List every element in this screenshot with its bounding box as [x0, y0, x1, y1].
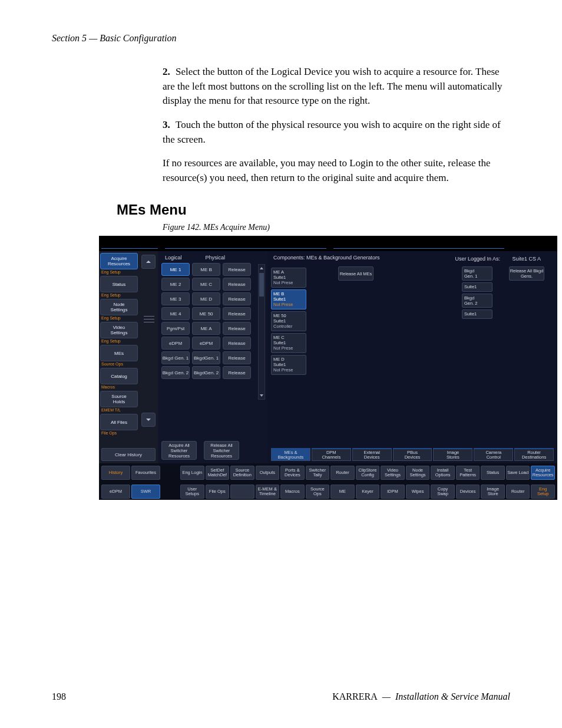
scroll-down-button[interactable]	[141, 413, 156, 427]
nav-button[interactable]: Macros	[280, 485, 305, 499]
step-3-text: Touch the button of the physical resourc…	[163, 119, 501, 145]
nav-button[interactable]: Router	[330, 466, 355, 480]
nav-button[interactable]: iDPM	[381, 485, 405, 499]
physical-device-button[interactable]: ME C	[192, 278, 220, 291]
me-component-tile[interactable]: ME ASuite1Not Prese	[271, 268, 306, 288]
nav-button[interactable]: ME	[330, 485, 355, 499]
release-all-bkgd-button[interactable]: Release All Bkgd Gens.	[509, 266, 544, 281]
category-tab[interactable]: PBus Devices	[393, 448, 432, 461]
nav-button[interactable]: Outputs	[256, 466, 280, 480]
release-button[interactable]: Release	[223, 337, 251, 350]
sidebar-item-sub: File Ops	[100, 431, 157, 437]
nav-button[interactable]: Source Definition	[230, 466, 254, 480]
sidebar-item[interactable]: Status	[100, 276, 138, 292]
nav-button[interactable]: Test Patterns	[456, 466, 480, 480]
logical-device-button[interactable]: ME 1	[161, 263, 190, 276]
physical-device-button[interactable]: ME D	[192, 292, 220, 305]
logical-device-button[interactable]: Bkgd Gen. 2	[161, 366, 190, 379]
bkgd-gen-tile[interactable]: Bkgd Gen. 2	[462, 294, 492, 308]
me-component-tile[interactable]: ME DSuite1Not Prese	[271, 355, 306, 375]
me-component-tile[interactable]: ME 50Suite1Controller	[271, 311, 306, 331]
category-tab[interactable]: MEs & Backgrounds	[271, 448, 310, 461]
nav-button[interactable]: Wipes	[406, 485, 430, 499]
nav-button[interactable]: Devices	[456, 485, 480, 499]
physical-device-button[interactable]: ME 50	[192, 307, 220, 320]
sidebar-item[interactable]: All Files	[100, 414, 138, 430]
logical-device-button[interactable]: eDPM	[161, 337, 190, 350]
logical-physical-panel: Logical Physical ME 1ME BReleaseME 2ME C…	[158, 251, 267, 463]
physical-device-button[interactable]: ME A	[192, 322, 220, 335]
title-tab-a	[101, 238, 158, 249]
release-button[interactable]: Release	[223, 366, 251, 379]
me-component-tile[interactable]: ME BSuite1Not Prese	[271, 289, 306, 309]
hamburger-icon[interactable]	[144, 314, 154, 324]
release-all-button[interactable]: Release All Switcher Resources	[204, 441, 239, 460]
nav-button[interactable]: Acquire Resources	[531, 466, 555, 480]
clear-history-button[interactable]: Clear History	[101, 448, 156, 461]
sidebar-item[interactable]: MEs	[100, 345, 138, 361]
physical-device-button[interactable]: BkgdGen. 2	[192, 366, 220, 379]
swr-tab[interactable]: SWR	[131, 485, 160, 499]
category-tab[interactable]: External Devices	[352, 448, 392, 461]
history-tab[interactable]: History	[101, 466, 130, 480]
release-button[interactable]: Release	[223, 278, 251, 291]
release-button[interactable]: Release	[223, 351, 251, 364]
release-button[interactable]: Release	[223, 322, 251, 335]
logical-device-button[interactable]: Bkgd Gen. 1	[161, 351, 190, 364]
nav-button[interactable]: Install Options	[431, 466, 455, 480]
nav-button[interactable]: Video Settings	[381, 466, 405, 480]
nav-button[interactable]: Router	[506, 485, 530, 499]
nav-button[interactable]: Save Load	[506, 466, 530, 480]
release-button[interactable]: Release	[223, 292, 251, 305]
me-component-tile[interactable]: ME CSuite1Not Prese	[271, 333, 306, 353]
logical-device-button[interactable]: ME 3	[161, 292, 190, 305]
nav-button[interactable]: Ports & Devices	[280, 466, 305, 480]
nav-button[interactable]: Switcher Tally	[306, 466, 330, 480]
physical-device-button[interactable]: BkgdGen. 1	[192, 351, 220, 364]
nav-button[interactable]: Eng Login	[180, 466, 204, 480]
physical-device-button[interactable]: eDPM	[192, 337, 220, 350]
sidebar-item[interactable]: Source Holds	[100, 391, 138, 407]
nav-button[interactable]: Source Ops	[306, 485, 330, 499]
scroll-up-button[interactable]	[141, 255, 156, 269]
physical-device-button[interactable]: ME B	[192, 263, 220, 276]
step-2-text: Select the button of the Logical Device …	[163, 66, 503, 106]
release-all-mes-button[interactable]: Release All MEs	[338, 266, 373, 281]
bkgd-gen-suite: Suite1	[462, 309, 492, 319]
sidebar-item[interactable]: Acquire Resources	[100, 253, 138, 269]
nav-button[interactable]: Copy Swap	[431, 485, 455, 499]
nav-button[interactable]: SetDef MatchDef	[206, 466, 230, 480]
nav-button[interactable]: File Ops	[206, 485, 230, 499]
scroll-thumb[interactable]	[259, 273, 264, 297]
favourites-tab[interactable]: Favourites	[131, 466, 160, 480]
acquire-all-button[interactable]: Acquire All Switcher Resources	[161, 441, 197, 460]
nav-button[interactable]: User Setups	[180, 485, 204, 499]
nav-button[interactable]: Node Settings	[406, 466, 430, 480]
logical-physical-row: Pgm/PstME ARelease	[161, 322, 264, 335]
category-tab[interactable]: Router Destinations	[514, 448, 554, 461]
bkgd-gen-tile[interactable]: Bkgd Gen. 1	[462, 266, 492, 281]
sidebar-item[interactable]: Catalog	[100, 368, 138, 384]
nav-button[interactable]: Keyer	[356, 485, 380, 499]
nav-button[interactable]: E-MEM & Timeline	[256, 485, 280, 499]
release-button[interactable]: Release	[223, 263, 251, 276]
logical-physical-row: ME 1ME BRelease	[161, 263, 264, 276]
logical-device-button[interactable]: Pgm/Pst	[161, 322, 190, 335]
nav-button[interactable]: Status	[481, 466, 505, 480]
sidebar-item[interactable]: Node Settings	[100, 299, 138, 315]
edpm-tab[interactable]: eDPM	[101, 485, 130, 499]
logical-device-button[interactable]: ME 4	[161, 307, 190, 320]
mid-scrollbar[interactable]	[258, 264, 265, 400]
nav-button[interactable]: ClipStore Config	[356, 466, 380, 480]
category-tab[interactable]: Image Stores	[433, 448, 472, 461]
nav-button[interactable]	[230, 485, 254, 499]
category-tab[interactable]: Camera Control	[474, 448, 513, 461]
logical-physical-row: ME 3ME DRelease	[161, 292, 264, 305]
release-button[interactable]: Release	[223, 307, 251, 320]
sidebar-item[interactable]: Video Settings	[100, 322, 138, 338]
category-tab[interactable]: DPM Channels	[312, 448, 351, 461]
nav-button[interactable]: Image Store	[481, 485, 505, 499]
logical-device-button[interactable]: ME 2	[161, 278, 190, 291]
sidebar-item-sub: Eng Setup	[100, 293, 157, 299]
nav-button[interactable]: Eng Setup	[531, 485, 555, 499]
